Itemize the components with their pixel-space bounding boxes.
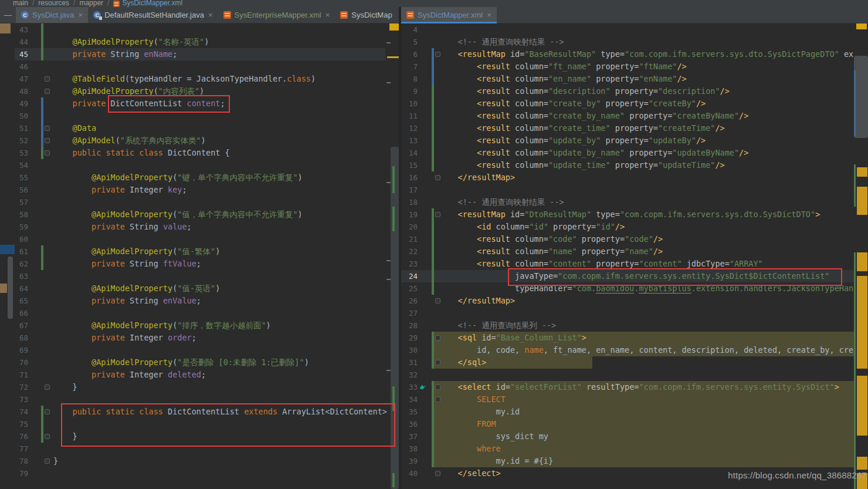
fold-icon[interactable] <box>45 150 50 156</box>
code-line[interactable]: 44 @ApiModelProperty("名称-英语") <box>15 36 385 48</box>
code-line[interactable]: 8 <result column="en_name" property="enN… <box>401 73 854 85</box>
code-line[interactable]: 4 <box>401 23 854 36</box>
tab-defaultresultsethandler-java[interactable]: C DefaultResultSetHandler.java × <box>88 7 218 23</box>
code-line[interactable]: 51 @Data <box>15 122 385 134</box>
code-line[interactable]: 46 <box>15 60 385 73</box>
code-line[interactable]: 15 <result column="update_time" property… <box>401 159 854 171</box>
code-line[interactable]: 9 <result column="description" property=… <box>401 85 854 97</box>
stripe-mark[interactable] <box>0 23 11 33</box>
close-icon[interactable]: × <box>79 11 83 19</box>
code-line[interactable]: 22 <result column="name" property="name"… <box>401 245 854 258</box>
breadcrumb-item-resources[interactable]: resources <box>38 0 69 7</box>
code-line[interactable]: 43 <box>15 23 385 36</box>
code-line[interactable]: 69 <box>15 344 385 356</box>
code-line[interactable]: 79 <box>15 467 385 480</box>
fold-icon[interactable] <box>435 298 440 303</box>
stripe-mark[interactable] <box>0 245 15 254</box>
code-line[interactable]: 62 private String ftValue; <box>15 258 385 270</box>
code-line[interactable]: 33 <select id="selectForList" resultType… <box>401 381 854 393</box>
code-line[interactable]: 11 <result column="create_by_name" prope… <box>401 110 854 122</box>
code-line[interactable]: 54 <box>15 159 385 171</box>
stripe-mark[interactable] <box>857 252 867 271</box>
fold-icon[interactable] <box>45 76 50 82</box>
tab-sysdictmap-truncated[interactable]: SysDictMap <box>335 7 397 23</box>
close-icon[interactable]: × <box>326 11 330 19</box>
code-line[interactable]: 71 private Integer deleted; <box>15 369 385 381</box>
breadcrumb-item-mapper[interactable]: mapper <box>79 0 103 7</box>
code-line[interactable]: 32 <box>401 369 854 381</box>
code-line[interactable]: 61 @ApiModelProperty("值-繁体") <box>15 245 385 258</box>
code-line[interactable]: 19 <resultMap id="DtoResultMap" type="co… <box>401 208 854 221</box>
fold-icon[interactable] <box>435 360 440 365</box>
code-line[interactable]: 56 private Integer key; <box>15 184 385 196</box>
code-line[interactable]: 14 <result column="update_by_name" prope… <box>401 147 854 159</box>
code-line[interactable]: 28 <!-- 通用查询结果列 --> <box>401 319 854 332</box>
code-line[interactable]: 47 @TableField(typeHandler = JacksonType… <box>15 73 385 85</box>
fold-icon[interactable] <box>45 385 50 390</box>
code-line[interactable]: 21 <result column="code" property="code"… <box>401 233 854 245</box>
code-line[interactable]: 63 <box>15 270 385 282</box>
code-line[interactable]: 45 private String enName; <box>15 48 385 60</box>
tab-sysdict-java[interactable]: C SysDict.java × <box>16 7 88 23</box>
code-line[interactable]: 78} <box>15 455 385 467</box>
tab-sysdictmapper-xml[interactable]: SysDictMapper.xml × <box>401 7 497 23</box>
code-line[interactable]: 18 <!-- 通用查询映射结果 --> <box>401 196 854 208</box>
fold-icon[interactable] <box>45 434 50 439</box>
fold-icon[interactable] <box>45 409 50 414</box>
editor-right-xml[interactable]: 45 <!-- 通用查询映射结果 -->6 <resultMap id="Bas… <box>401 23 854 489</box>
code-line[interactable]: 17 <box>401 184 854 196</box>
scrollbar-thumb[interactable] <box>854 56 868 138</box>
code-line[interactable]: 5 <!-- 通用查询映射结果 --> <box>401 36 854 48</box>
code-line[interactable]: 68 private Integer order; <box>15 332 385 344</box>
hide-tabs-icon[interactable]: — <box>0 7 16 23</box>
code-line[interactable]: 16 </resultMap> <box>401 171 854 184</box>
code-line[interactable]: 67 @ApiModelProperty("排序，数字越小越前面") <box>15 319 385 332</box>
code-line[interactable]: 52 @ApiModel("系统字典内容实体类") <box>15 134 385 147</box>
tab-sysenterprisemapper-xml[interactable]: SysEnterpriseMapper.xml × <box>218 7 335 23</box>
stripe-mark[interactable] <box>0 284 7 293</box>
code-line[interactable]: 31 </sql> <box>401 356 854 369</box>
fold-icon[interactable] <box>435 52 440 57</box>
stripe-mark[interactable] <box>857 187 867 215</box>
stripe-mark[interactable] <box>857 167 867 177</box>
stripe-mark[interactable] <box>857 457 867 470</box>
code-line[interactable]: 58 @ApiModelProperty("值，单个字典内容中不允许重复") <box>15 208 385 221</box>
code-line[interactable]: 27 <box>401 307 854 319</box>
stripe-mark[interactable] <box>389 23 399 31</box>
fold-icon[interactable] <box>435 175 440 180</box>
code-line[interactable]: 12 <result column="create_time" property… <box>401 122 854 134</box>
scrollbar-thumb[interactable] <box>8 257 13 319</box>
breadcrumb-item-main[interactable]: main <box>13 0 28 7</box>
code-line[interactable]: 55 @ApiModelProperty("键，单个字典内容中不允许重复") <box>15 171 385 184</box>
fold-icon[interactable] <box>45 89 50 94</box>
fold-icon[interactable] <box>45 458 50 464</box>
code-line[interactable]: 57 <box>15 196 385 208</box>
code-line[interactable]: 38 where <box>401 443 854 455</box>
fold-icon[interactable] <box>45 126 50 131</box>
code-line[interactable]: 20 <id column="id" property="id"/> <box>401 221 854 233</box>
code-line[interactable]: 29 <sql id="Base_Column_List"> <box>401 332 854 344</box>
code-line[interactable]: 36 FROM <box>401 418 854 430</box>
fold-icon[interactable] <box>435 397 440 402</box>
code-line[interactable]: 59 private String value; <box>15 221 385 233</box>
code-line[interactable]: 35 my.id <box>401 406 854 418</box>
fold-icon[interactable] <box>435 212 440 217</box>
fold-icon[interactable] <box>45 138 50 143</box>
fold-icon[interactable] <box>435 385 440 390</box>
code-line[interactable]: 7 <result column="ft_name" property="ftN… <box>401 60 854 73</box>
close-icon[interactable]: × <box>487 11 491 19</box>
code-line[interactable]: 53 public static class DictContent { <box>15 147 385 159</box>
fold-icon[interactable] <box>435 471 440 476</box>
code-line[interactable]: 26 </resultMap> <box>401 295 854 307</box>
code-line[interactable]: 64 @ApiModelProperty("值-英语") <box>15 282 385 295</box>
code-line[interactable]: 6 <resultMap id="BaseResultMap" type="co… <box>401 48 854 60</box>
code-line[interactable]: 60 <box>15 233 385 245</box>
code-line[interactable]: 13 <result column="update_by" property="… <box>401 134 854 147</box>
close-icon[interactable]: × <box>208 11 213 19</box>
stripe-mark[interactable] <box>856 23 867 29</box>
code-line[interactable]: 39 my.id = #{i} <box>401 455 854 467</box>
stripe-mark[interactable] <box>857 376 867 436</box>
code-line[interactable]: 10 <result column="create_by" property="… <box>401 97 854 110</box>
stripe-mark[interactable] <box>387 56 399 58</box>
stripe-mark[interactable] <box>857 276 867 369</box>
